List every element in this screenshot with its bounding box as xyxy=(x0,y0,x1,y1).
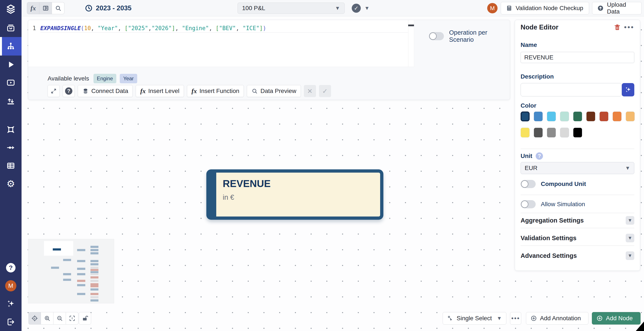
formula-code-editor[interactable]: 1 EXPANDSINGLE(10, "Year", ["2025","2026… xyxy=(28,20,414,67)
formula-help-button[interactable]: ? xyxy=(63,85,75,97)
node-title: REVENUE xyxy=(223,178,374,189)
play-icon xyxy=(6,60,16,69)
minimap[interactable] xyxy=(28,239,114,304)
color-swatch-f4ba6e[interactable] xyxy=(626,111,635,121)
model-dropdown[interactable]: 100 P&L ▼ xyxy=(238,2,344,14)
app-logo[interactable] xyxy=(0,0,22,19)
description-input[interactable] xyxy=(520,83,622,96)
compound-unit-toggle[interactable] xyxy=(520,180,536,188)
lock-canvas-button[interactable] xyxy=(79,312,91,325)
color-swatch-d9d9d9[interactable] xyxy=(560,128,569,138)
chevron-down-icon[interactable]: ▼ xyxy=(626,216,634,225)
panel-more-button[interactable]: ••• xyxy=(624,23,634,31)
sidebar-item-flows[interactable] xyxy=(0,139,22,157)
cancel-formula-button[interactable]: ✕ xyxy=(304,85,316,97)
chevron-down-icon[interactable]: ▼ xyxy=(626,234,634,242)
formula-code-line[interactable]: EXPANDSINGLE(10, "Year", ["2025","2026"]… xyxy=(40,24,408,32)
sidebar-item-data-transfer[interactable] xyxy=(0,92,22,110)
fit-view-button[interactable] xyxy=(66,312,78,325)
formula-token: "ICE" xyxy=(242,25,259,31)
formula-token: ( xyxy=(81,25,84,31)
connect-data-button[interactable]: Connect Data xyxy=(78,85,133,97)
operation-per-scenario-label: Operation per Scenario xyxy=(449,29,510,43)
panel-layout-button[interactable] xyxy=(40,2,52,14)
minimap-node xyxy=(90,263,98,265)
color-swatch-eb8240[interactable] xyxy=(612,111,622,121)
unit-select[interactable]: EUR ▼ xyxy=(520,162,634,174)
sidebar-item-logout[interactable] xyxy=(0,313,22,331)
color-swatch-2e6f55[interactable] xyxy=(573,111,582,121)
advanced-settings-label: Advanced Settings xyxy=(520,252,577,259)
color-swatch-f8e25e[interactable] xyxy=(520,128,530,138)
top-bar: fx 2023 - 2035 100 P&L ▼ ✓ ▼ M Validatio… xyxy=(22,0,644,16)
color-swatch-000000[interactable] xyxy=(573,128,582,138)
advanced-settings-section[interactable]: Advanced Settings ▼ xyxy=(520,249,634,262)
expand-editor-button[interactable] xyxy=(48,85,60,97)
sidebar-item-canvas-frame[interactable] xyxy=(0,120,22,139)
color-swatch-57c4ec[interactable] xyxy=(547,111,556,121)
formula-toolbar: ? Connect Data fx Insert Level fx Insert… xyxy=(48,85,331,97)
name-input[interactable] xyxy=(520,52,634,63)
sidebar-item-user[interactable]: M xyxy=(0,277,22,295)
allow-simulation-toggle[interactable] xyxy=(520,200,536,208)
zoom-in-button[interactable] xyxy=(41,312,54,325)
color-swatch-8c8c8c[interactable] xyxy=(547,128,556,138)
formula-token: , xyxy=(148,25,152,31)
color-swatch-bc4a31[interactable] xyxy=(600,111,608,121)
add-node-button[interactable]: Add Node xyxy=(592,312,640,325)
minimap-node xyxy=(90,296,98,298)
database-icon xyxy=(82,88,89,94)
ai-generate-description-button[interactable] xyxy=(622,83,634,96)
validation-settings-section[interactable]: Validation Settings ▼ xyxy=(520,232,634,244)
formula-mode-button[interactable]: fx xyxy=(27,2,40,14)
time-range[interactable]: 2023 - 2035 xyxy=(85,0,132,16)
minimap-node xyxy=(77,273,85,275)
sidebar-item-tables[interactable] xyxy=(0,157,22,175)
search-button[interactable] xyxy=(52,2,64,14)
editor-scrollbar[interactable] xyxy=(408,20,414,67)
name-label: Name xyxy=(520,41,537,48)
color-swatch-b9e2d8[interactable] xyxy=(560,111,569,121)
validation-status-caret[interactable]: ▼ xyxy=(364,5,370,11)
video-icon xyxy=(6,78,16,87)
aggregation-settings-section[interactable]: Aggregation Settings ▼ xyxy=(520,214,634,227)
formula-token: [ xyxy=(216,25,219,31)
recenter-button[interactable] xyxy=(28,312,41,325)
revenue-node[interactable]: REVENUE in € xyxy=(206,169,384,220)
unit-help-icon[interactable]: ? xyxy=(536,152,543,160)
confirm-formula-button[interactable]: ✓ xyxy=(319,85,331,97)
level-chip-year[interactable]: Year xyxy=(120,74,137,83)
operation-per-scenario-toggle[interactable] xyxy=(429,32,444,40)
data-preview-label: Data Preview xyxy=(260,88,296,94)
chevron-down-icon[interactable]: ▼ xyxy=(626,251,634,260)
zoom-out-button[interactable] xyxy=(54,312,66,325)
data-preview-button[interactable]: Data Preview xyxy=(247,85,301,97)
level-chip-engine[interactable]: Engine xyxy=(94,74,116,83)
color-swatch-1d4e79[interactable] xyxy=(520,111,530,121)
select-mode-dropdown[interactable]: Single Select ▼ xyxy=(442,312,506,325)
delete-node-button[interactable] xyxy=(614,24,621,32)
sidebar-item-ai-assistant[interactable] xyxy=(0,295,22,313)
color-swatch-6c2f16[interactable] xyxy=(586,111,595,121)
sidebar-item-model[interactable] xyxy=(0,37,22,55)
trash-icon xyxy=(614,24,621,31)
editor-scrollbar-thumb[interactable] xyxy=(408,24,414,26)
add-annotation-button[interactable]: Add Annotation xyxy=(526,312,588,325)
color-swatch-4589c8[interactable] xyxy=(534,111,543,121)
sidebar-item-simulation[interactable] xyxy=(0,55,22,74)
canvas-more-button[interactable]: ••• xyxy=(510,312,521,325)
sidebar-item-help[interactable]: ? xyxy=(0,259,22,277)
avatar[interactable]: M xyxy=(487,3,498,13)
insert-level-button[interactable]: fx Insert Level xyxy=(136,85,184,97)
sidebar-item-archive[interactable] xyxy=(0,19,22,37)
validation-node-checkup-button[interactable]: Validation Node Checkup xyxy=(501,2,589,14)
minimap-node xyxy=(90,280,98,282)
sidebar-item-settings[interactable]: ⚙ xyxy=(0,175,22,193)
color-swatch-545454[interactable] xyxy=(534,128,543,138)
upload-data-button[interactable]: Upload Data xyxy=(592,2,642,14)
color-label: Color xyxy=(520,102,536,109)
minimap-node xyxy=(90,276,98,279)
sidebar-item-presentation[interactable] xyxy=(0,74,22,92)
insert-function-button[interactable]: fx Insert Function xyxy=(187,85,244,97)
validation-status-button[interactable]: ✓ xyxy=(352,4,361,13)
